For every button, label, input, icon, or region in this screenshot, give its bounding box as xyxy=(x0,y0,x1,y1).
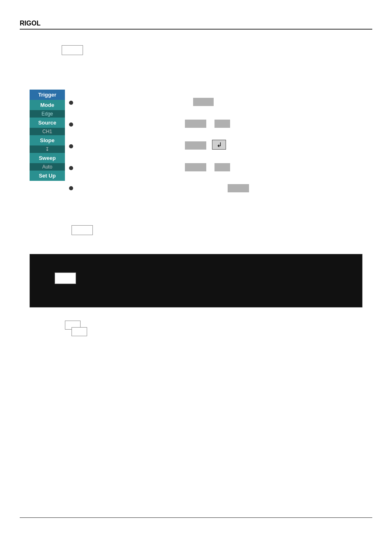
menu-item-source[interactable]: Source xyxy=(30,118,65,128)
sweep-label[interactable]: Sweep xyxy=(30,153,65,163)
menu-item-ch1: CH1 xyxy=(30,128,65,135)
menu-item-setup[interactable]: Set Up xyxy=(30,171,65,181)
mode-bullet xyxy=(69,101,73,105)
header: RIGOL xyxy=(20,20,372,30)
mode-bullet-row xyxy=(69,101,73,105)
source-label[interactable]: Source xyxy=(30,118,65,128)
menu-item-slope-symbol: ↧ xyxy=(30,145,65,153)
edge-label: Edge xyxy=(30,110,65,118)
slope-bullet xyxy=(69,144,73,148)
slope-arrow-icon: ↲ xyxy=(217,141,222,149)
menu-item-auto: Auto xyxy=(30,163,65,171)
menu-item-trigger[interactable]: Trigger xyxy=(30,90,65,100)
slope-gray-rect-1 xyxy=(185,141,206,150)
menu-item-slope[interactable]: Slope xyxy=(30,135,65,145)
sweep-gray-rect-2 xyxy=(214,163,230,171)
brand-title: RIGOL xyxy=(20,20,41,27)
trigger-label[interactable]: Trigger xyxy=(30,90,65,100)
overlap-rect-2 xyxy=(71,327,87,336)
setup-gray-rect-1 xyxy=(228,184,249,192)
menu-item-edge: Edge xyxy=(30,110,65,118)
slope-icon-box: ↲ xyxy=(212,140,226,150)
setup-bullet-row xyxy=(69,186,73,190)
slope-symbol-label: ↧ xyxy=(30,145,65,153)
sweep-gray-rect-1 xyxy=(185,163,206,171)
sweep-bullet-row xyxy=(69,166,73,170)
dark-banner-inner-rect xyxy=(55,272,76,284)
menu-item-sweep[interactable]: Sweep xyxy=(30,153,65,163)
dark-banner xyxy=(30,254,362,307)
setup-label[interactable]: Set Up xyxy=(30,171,65,181)
ch1-label: CH1 xyxy=(30,128,65,135)
setup-bullet xyxy=(69,186,73,190)
trigger-menu: Trigger Mode Edge Source CH1 Slope ↧ Swe… xyxy=(30,90,65,181)
small-rect-top xyxy=(62,45,83,55)
bottom-separator xyxy=(20,517,372,518)
auto-label: Auto xyxy=(30,163,65,171)
source-bullet xyxy=(69,122,73,127)
sweep-bullet xyxy=(69,166,73,170)
source-gray-rect-2 xyxy=(214,120,230,128)
mode-gray-rect-1 xyxy=(193,98,214,106)
source-gray-rect-1 xyxy=(185,120,206,128)
slope-bullet-row xyxy=(69,144,73,148)
source-bullet-row xyxy=(69,122,73,127)
mode-label[interactable]: Mode xyxy=(30,100,65,110)
small-rect-mid xyxy=(71,225,93,235)
menu-item-mode[interactable]: Mode xyxy=(30,100,65,110)
slope-label[interactable]: Slope xyxy=(30,135,65,145)
